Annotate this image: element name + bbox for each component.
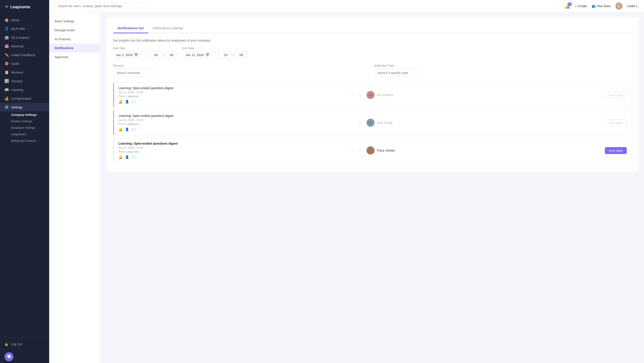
home-icon: 🏠	[4, 18, 8, 22]
notif-receiver: NY Nick Young	[366, 119, 602, 127]
sidebar-item-my-company[interactable]: 🏢 My Company	[0, 33, 49, 42]
sidebar-nav: 🏠 Home 👤 My Profile 🏢 My Company 📅 Meeti…	[0, 14, 49, 338]
notifications-bell-button[interactable]: 🔔 5	[565, 3, 570, 9]
sidebar-item-compensation[interactable]: 💰 Compensation	[0, 94, 49, 103]
settings-menu-basic[interactable]: Basic Settings	[49, 17, 100, 26]
calendar-icon: 📅	[206, 53, 209, 57]
sidebar-item-label: Reviews	[11, 71, 23, 74]
start-minute-input[interactable]	[166, 51, 177, 59]
end-hour-input[interactable]	[220, 51, 232, 59]
tab-notifications-settings[interactable]: Notifications settings	[148, 24, 188, 33]
your-team-button[interactable]: 👥 Your team	[592, 4, 611, 8]
notif-date: Jun 11, 2024 - 11:04	[118, 118, 354, 122]
send-again-button[interactable]: send again	[605, 92, 627, 99]
receiver-search-input[interactable]	[113, 69, 159, 77]
sidebar-item-instant-feedback[interactable]: ✏️ Instant Feedback	[0, 50, 49, 59]
notif-info: Learning: Open-ended questions digest Ju…	[118, 142, 354, 159]
email-notif-icon: ✉️	[132, 100, 136, 104]
notif-channel-icons: 🔔 👤 ✉️	[118, 127, 354, 131]
notification-item: Learning: Open-ended questions digest Ju…	[113, 138, 632, 163]
sidebar-item-label: Meetings	[11, 44, 24, 48]
create-button[interactable]: + Create	[575, 4, 587, 8]
notif-from: From: Leapsome	[118, 95, 354, 98]
receiver-name: Tracy Jordan	[377, 149, 395, 152]
create-label: + Create	[575, 4, 587, 8]
notif-info: Learning: Open-ended questions digest Ju…	[118, 114, 354, 131]
time-separator: :	[163, 53, 164, 57]
logout-label: Log Out	[11, 343, 22, 346]
end-date-value: Jun 11, 2024	[186, 53, 204, 57]
content-card: Notifications list Notifications setting…	[106, 18, 639, 172]
bell-badge: 5	[568, 2, 572, 6]
sidebar-item-meetings[interactable]: 📅 Meetings	[0, 42, 49, 50]
company-icon: 🏢	[4, 35, 8, 39]
content-area: Basic Settings Manage levels AI Features…	[49, 12, 644, 363]
email-notif-icon: ✉️	[132, 127, 136, 131]
send-again-button[interactable]: send again	[605, 119, 627, 126]
notif-receiver: AP Ann Perkins	[366, 91, 602, 99]
end-minute-input[interactable]	[236, 51, 247, 59]
calendar-icon: 📅	[134, 53, 138, 57]
tabs: Notifications list Notifications setting…	[113, 24, 632, 33]
end-date-picker[interactable]: Jun 11, 2024 📅	[183, 51, 218, 59]
notif-channel-icons: 🔔 👤 ✉️	[118, 155, 354, 159]
filter-row: Start Date Jun 1, 2024 📅 : End D	[113, 47, 632, 59]
chat-bubble-button[interactable]: 💬	[4, 352, 14, 361]
user-name-label: Leslie L.	[627, 4, 639, 8]
type-group: Notification Type	[374, 64, 632, 77]
main-content: Notifications list Notifications setting…	[100, 12, 644, 363]
time-separator: :	[233, 53, 234, 57]
sidebar-item-reviews[interactable]: 📋 Reviews	[0, 68, 49, 77]
type-search-input[interactable]	[374, 69, 420, 77]
start-date-picker[interactable]: Jun 1, 2024 📅	[113, 51, 149, 59]
type-label: Notification Type	[374, 64, 632, 67]
avatar-initials: NY	[368, 121, 372, 124]
notif-from: From: Leapsome	[118, 150, 354, 153]
learning-icon: 📖	[4, 88, 8, 92]
global-search-input[interactable]	[54, 2, 144, 10]
send-again-button[interactable]: send again	[605, 147, 627, 154]
sidebar-item-my-profile[interactable]: 👤 My Profile	[0, 24, 49, 33]
bell-notif-icon: 🔔	[118, 127, 123, 131]
settings-menu-notifications[interactable]: Notifications	[49, 43, 100, 52]
sidebar-item-home[interactable]: 🏠 Home	[0, 16, 49, 24]
end-date-group: End Date Jun 11, 2024 📅 :	[183, 47, 247, 59]
reviews-icon: 📋	[4, 70, 8, 74]
bell-notif-icon: 🔔	[118, 155, 123, 159]
sidebar-item-surveys[interactable]: 📊 Surveys	[0, 77, 49, 85]
settings-menu-levels[interactable]: Manage levels	[49, 26, 100, 35]
settings-submenu: Company Settings Module Settings Employe…	[0, 111, 49, 144]
receiver-label: Receiver	[113, 64, 370, 67]
sidebar-item-label: Settings	[11, 105, 22, 109]
receiver-avatar: NY	[366, 119, 374, 127]
sidebar-item-label: Learning	[11, 88, 24, 92]
sub-item-employee-settings[interactable]: Employee Settings	[0, 124, 49, 131]
sidebar-item-label: My Profile	[11, 27, 25, 31]
start-date-input-group: Jun 1, 2024 📅 :	[113, 51, 177, 59]
sidebar-item-settings[interactable]: ⚙️ Settings	[0, 103, 49, 111]
start-date-group: Start Date Jun 1, 2024 📅 :	[113, 47, 177, 59]
compensation-icon: 💰	[4, 96, 8, 101]
sub-item-billing[interactable]: Billing and Invoices	[0, 137, 49, 144]
sidebar-item-label: Compensation	[11, 97, 31, 100]
receiver-avatar: AP	[366, 91, 374, 99]
sub-item-integrations[interactable]: Integrations	[0, 131, 49, 137]
sub-item-company-settings[interactable]: Company Settings	[0, 111, 49, 118]
avatar-initials: AP	[368, 93, 372, 97]
sidebar-item-learning[interactable]: 📖 Learning	[0, 85, 49, 94]
settings-menu-approvals[interactable]: Approvals	[49, 52, 100, 61]
app-name: Leapsome	[10, 5, 30, 9]
settings-menu-ai[interactable]: AI Features	[49, 35, 100, 43]
team-icon: 👥	[592, 4, 596, 8]
tab-notifications-list[interactable]: Notifications list	[113, 24, 148, 33]
avatar-initials: TJ	[369, 149, 372, 152]
email-notif-icon: ✉️	[132, 155, 136, 159]
logout-button[interactable]: 🔒 Log Out	[4, 341, 45, 348]
app-logo[interactable]: ✦ Leapsome	[0, 0, 49, 14]
start-hour-input[interactable]	[150, 51, 162, 59]
sub-item-module-settings[interactable]: Module Settings	[0, 118, 49, 124]
notif-date: Jun 11, 2024 - 11:04	[118, 146, 354, 149]
receiver-group: Receiver	[113, 64, 370, 77]
sidebar-item-goals[interactable]: 🎯 Goals	[0, 59, 49, 68]
user-avatar[interactable]: L	[616, 2, 622, 9]
